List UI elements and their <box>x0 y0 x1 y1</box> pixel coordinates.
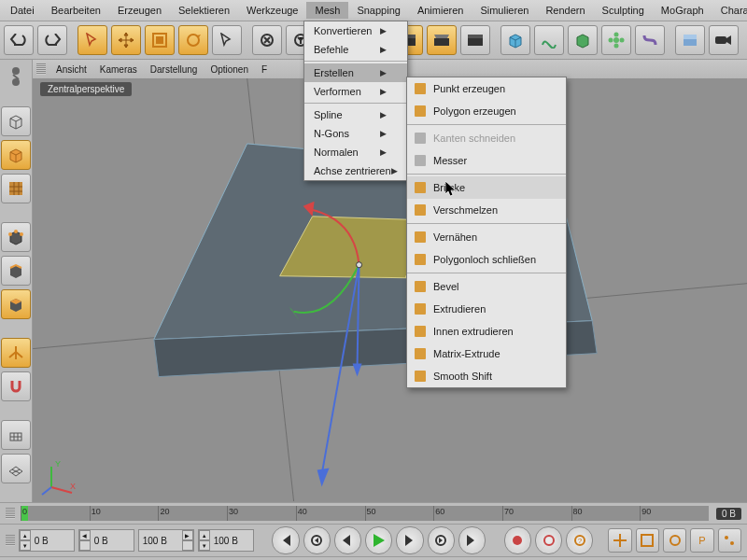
key-rot[interactable] <box>663 528 686 553</box>
frame-loop-b[interactable]: 100 B▶ <box>138 529 194 552</box>
env-tool[interactable] <box>675 25 705 55</box>
menu-item[interactable]: Erstellen▶ <box>304 63 407 82</box>
prev-key[interactable] <box>303 526 331 554</box>
menu-animieren[interactable]: Animieren <box>409 2 472 19</box>
key-pos[interactable] <box>608 528 631 553</box>
point-mode[interactable] <box>1 222 31 252</box>
key-scale[interactable] <box>636 528 659 553</box>
submenu-item[interactable]: Brücke <box>407 176 566 199</box>
view-kameras[interactable]: Kameras <box>93 63 144 77</box>
scale-tool[interactable] <box>145 25 175 55</box>
svg-rect-12 <box>468 35 483 38</box>
axis-tool[interactable] <box>1 338 31 368</box>
cursor-icon <box>85 33 100 48</box>
camera-tool[interactable] <box>709 25 739 55</box>
tool-icon <box>413 153 428 168</box>
view-darstellung[interactable]: Darstellung <box>144 63 204 77</box>
select-tool[interactable] <box>78 25 107 55</box>
redo-button[interactable] <box>37 25 67 55</box>
svg-rect-58 <box>415 231 426 243</box>
view-optionen[interactable]: Optionen <box>204 63 255 77</box>
submenu-item[interactable]: Extrudieren <box>407 298 566 320</box>
submenu-item[interactable]: Smooth Shift <box>407 365 566 387</box>
autokey[interactable] <box>535 526 562 554</box>
poly-mode[interactable] <box>1 289 31 319</box>
menu-item[interactable]: N-Gons▶ <box>304 124 407 143</box>
deformer[interactable] <box>635 25 665 55</box>
view-ansicht[interactable]: Ansicht <box>49 63 93 77</box>
mode-toolbar <box>0 60 33 502</box>
submenu-item[interactable]: Verschmelzen <box>407 199 566 221</box>
snap-tool[interactable] <box>1 371 31 401</box>
timeline-ruler[interactable]: 0102030405060708090100 0 B <box>0 502 747 524</box>
rotate-tool[interactable] <box>178 25 208 55</box>
menu-item[interactable]: Normalen▶ <box>304 143 407 161</box>
svg-rect-52 <box>415 83 426 94</box>
last-tool[interactable] <box>212 25 242 55</box>
prev-frame[interactable] <box>334 526 361 554</box>
edge-mode[interactable] <box>1 256 31 286</box>
menu-erzeugen[interactable]: Erzeugen <box>109 2 170 19</box>
frame-end[interactable]: ▲▼100 B <box>198 529 254 552</box>
play-button[interactable] <box>365 526 392 554</box>
editable-icon[interactable] <box>7 65 25 88</box>
menu-werkzeuge[interactable]: Werkzeuge <box>238 2 306 19</box>
spline-tool[interactable] <box>534 25 564 55</box>
submenu-item[interactable]: Innen extrudieren <box>407 320 566 343</box>
menu-mesh[interactable]: Mesh <box>306 2 348 19</box>
menu-rendern[interactable]: Rendern <box>537 2 593 19</box>
render-pv[interactable] <box>427 25 457 55</box>
menu-sculpting[interactable]: Sculpting <box>594 2 653 19</box>
drag-handle-icon[interactable] <box>6 508 15 519</box>
timeline-track[interactable]: 0102030405060708090100 <box>21 506 709 521</box>
menu-item[interactable]: Achse zentrieren▶ <box>304 161 407 180</box>
next-key[interactable] <box>428 526 455 554</box>
workplane2[interactable] <box>1 454 31 483</box>
svg-point-2 <box>188 35 199 46</box>
undo-button[interactable] <box>4 25 34 55</box>
key-options[interactable]: ? <box>566 526 593 554</box>
submenu-item[interactable]: Matrix-Extrude <box>407 343 566 365</box>
view-filter[interactable]: F <box>255 63 274 77</box>
model-mode[interactable] <box>1 106 31 136</box>
submenu-item[interactable]: Kanten schneiden <box>407 127 566 149</box>
menu-item[interactable]: Spline▶ <box>304 105 407 124</box>
menu-item[interactable]: Befehle▶ <box>304 40 407 59</box>
frame-loop-a[interactable]: ◀0 B <box>78 529 134 552</box>
frame-start[interactable]: ▲▼0 B <box>19 529 75 552</box>
generator[interactable] <box>568 25 598 55</box>
submenu-item[interactable]: Polygon erzeugen <box>407 100 566 122</box>
svg-point-15 <box>614 44 619 49</box>
workplane[interactable] <box>1 420 31 450</box>
submenu-item[interactable]: Messer <box>407 149 566 172</box>
menu-charakter[interactable]: Charakt <box>712 2 747 19</box>
svg-point-68 <box>544 536 554 545</box>
move-tool[interactable] <box>111 25 141 55</box>
menu-item[interactable]: Konvertieren▶ <box>304 21 407 40</box>
key-pla[interactable] <box>718 528 741 553</box>
submenu-item[interactable]: Bevel <box>407 275 566 298</box>
goto-end[interactable] <box>458 526 486 554</box>
texture-mode[interactable] <box>1 174 31 203</box>
menu-selektieren[interactable]: Selektieren <box>170 2 238 19</box>
menu-mograph[interactable]: MoGraph <box>653 2 712 19</box>
next-frame[interactable] <box>396 526 423 554</box>
menu-snapping[interactable]: Snapping <box>348 2 409 19</box>
menu-simulieren[interactable]: Simulieren <box>472 2 537 19</box>
modeling[interactable] <box>601 25 631 55</box>
goto-start[interactable] <box>272 526 299 554</box>
x-lock[interactable] <box>252 25 282 55</box>
record-key[interactable] <box>504 526 531 554</box>
submenu-item[interactable]: Polygonloch schließen <box>407 248 566 271</box>
drag-handle-icon[interactable] <box>36 63 46 75</box>
menu-item[interactable]: Verformen▶ <box>304 82 407 101</box>
drag-handle-icon[interactable] <box>6 535 15 546</box>
render-settings[interactable] <box>460 25 490 55</box>
prim-cube[interactable] <box>500 25 530 55</box>
object-mode[interactable] <box>1 140 31 170</box>
menu-datei[interactable]: Datei <box>2 2 43 19</box>
submenu-item[interactable]: Vernähen <box>407 226 566 248</box>
submenu-item[interactable]: Punkt erzeugen <box>407 77 566 100</box>
menu-bearbeiten[interactable]: Bearbeiten <box>43 2 109 19</box>
key-param[interactable]: P <box>690 528 713 553</box>
